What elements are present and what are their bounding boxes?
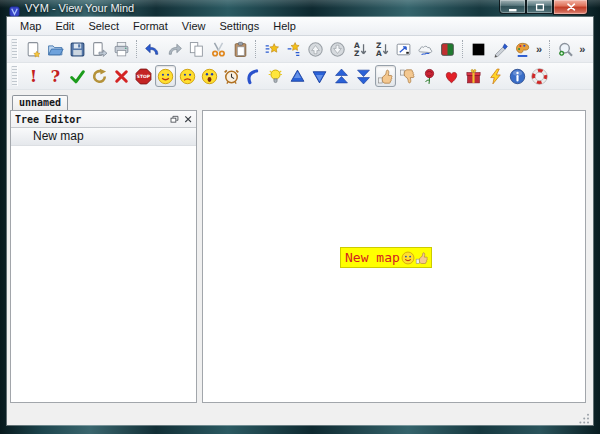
- menu-help[interactable]: Help: [266, 18, 303, 34]
- flag-smiley-omg-button[interactable]: [199, 65, 220, 87]
- color-picker-button[interactable]: [490, 38, 511, 60]
- flag-clock-button[interactable]: [221, 65, 242, 87]
- menu-view[interactable]: View: [175, 18, 213, 34]
- zoom-in-button[interactable]: [555, 38, 576, 60]
- toolbar-separator: [255, 40, 256, 58]
- copy-button[interactable]: [186, 38, 207, 60]
- flag-thumb-up-node-flag: [415, 251, 429, 265]
- toggle-hide-export-button[interactable]: [415, 38, 436, 60]
- map-editor-canvas[interactable]: New map: [202, 110, 586, 403]
- app-icon[interactable]: [9, 3, 20, 14]
- flag-smiley-good-icon: [401, 251, 415, 265]
- tab-unnamed[interactable]: unnamed: [12, 95, 68, 111]
- toolbar-handle[interactable]: [11, 66, 18, 86]
- flag-arrow-2up-button[interactable]: [331, 65, 352, 87]
- maximize-button[interactable]: [526, 0, 553, 14]
- flag-ok-button[interactable]: [67, 65, 88, 87]
- tree-item[interactable]: New map: [11, 128, 196, 146]
- app-logo-icon: [9, 6, 20, 17]
- flag-arrow-down-button[interactable]: [309, 65, 330, 87]
- flag-clock-icon: [223, 68, 240, 85]
- flag-present-button[interactable]: [463, 65, 484, 87]
- menu-settings[interactable]: Settings: [212, 18, 266, 34]
- svg-text:Z: Z: [353, 49, 359, 58]
- win-close-icon: [565, 1, 577, 13]
- flag-arrow-2down-button[interactable]: [353, 65, 374, 87]
- flag-refine-button[interactable]: [89, 65, 110, 87]
- new-map-button[interactable]: [23, 38, 44, 60]
- toolbar-separator: [136, 40, 137, 58]
- flag-exclamation-button[interactable]: !: [23, 65, 44, 87]
- add-branch-above-button[interactable]: [283, 38, 304, 60]
- sort-ascending-icon: AZ: [351, 41, 368, 58]
- flag-smiley-sad-button[interactable]: [177, 65, 198, 87]
- flag-thumb-down-icon: [399, 68, 416, 85]
- tree-list[interactable]: New map: [11, 128, 196, 146]
- map-node[interactable]: New map: [340, 247, 432, 268]
- open-map-button[interactable]: [45, 38, 66, 60]
- toolbar-overflow-button[interactable]: »: [576, 43, 588, 55]
- toggle-scroll-button[interactable]: [393, 38, 414, 60]
- toggle-hide-export-icon: [417, 41, 434, 58]
- redo-button[interactable]: [164, 38, 185, 60]
- window-content: MapEditSelectFormatViewSettingsHelp AZZA…: [7, 17, 593, 425]
- move-branch-up-icon: [307, 41, 324, 58]
- flag-exclamation-icon: !: [25, 68, 42, 85]
- flag-flash-button[interactable]: [485, 65, 506, 87]
- tree-editor-header[interactable]: Tree Editor: [11, 111, 196, 128]
- undo-button[interactable]: [142, 38, 163, 60]
- flag-smiley-good-icon: [157, 68, 174, 85]
- flag-thumb-up-button[interactable]: [375, 65, 396, 87]
- cut-button[interactable]: [208, 38, 229, 60]
- menu-select[interactable]: Select: [81, 18, 126, 34]
- flag-thumb-up-icon: [415, 251, 429, 265]
- flag-info-button[interactable]: [507, 65, 528, 87]
- toolbar-main: AZZA»»: [7, 36, 593, 63]
- toggle-scroll-icon: [395, 41, 412, 58]
- menu-edit[interactable]: Edit: [48, 18, 81, 34]
- toolbar-overflow-button[interactable]: »: [533, 43, 545, 55]
- titlebar[interactable]: VYM - View Your Mind: [0, 0, 600, 17]
- flag-phone-icon: [245, 68, 262, 85]
- flag-arrow-down-icon: [311, 68, 328, 85]
- flag-refine-icon: [91, 68, 108, 85]
- flag-question-button[interactable]: ?: [45, 65, 66, 87]
- flag-ok-icon: [69, 68, 86, 85]
- move-branch-up-button[interactable]: [305, 38, 326, 60]
- flag-lifebelt-button[interactable]: [529, 65, 550, 87]
- save-map-button[interactable]: [67, 38, 88, 60]
- export-map-button[interactable]: [89, 38, 110, 60]
- dock-float-icon: [169, 114, 179, 124]
- close-button[interactable]: [553, 0, 588, 15]
- flag-rose-button[interactable]: [419, 65, 440, 87]
- minimize-button[interactable]: [499, 0, 526, 14]
- sort-descending-button[interactable]: ZA: [371, 38, 392, 60]
- flag-stopsign-button[interactable]: STOP: [133, 65, 154, 87]
- menu-map[interactable]: Map: [13, 18, 48, 34]
- dock-close-button[interactable]: [182, 114, 193, 125]
- flag-smiley-good-button[interactable]: [155, 65, 176, 87]
- flag-question-icon: ?: [47, 68, 64, 85]
- color-black-button[interactable]: [468, 38, 489, 60]
- status-bar: [7, 403, 593, 425]
- map-background-color-icon: [439, 41, 456, 58]
- toolbar-handle[interactable]: [11, 39, 18, 59]
- flag-arrow-up-button[interactable]: [287, 65, 308, 87]
- win-min-icon: [507, 1, 519, 13]
- map-background-color-button[interactable]: [437, 38, 458, 60]
- flag-thumb-down-button[interactable]: [397, 65, 418, 87]
- print-map-button[interactable]: [111, 38, 132, 60]
- flag-heart-button[interactable]: [441, 65, 462, 87]
- move-branch-down-button[interactable]: [327, 38, 348, 60]
- menu-format[interactable]: Format: [126, 18, 175, 34]
- color-branch-button[interactable]: [512, 38, 533, 60]
- add-branch-button[interactable]: [261, 38, 282, 60]
- resize-grip[interactable]: [579, 410, 590, 421]
- flag-phone-button[interactable]: [243, 65, 264, 87]
- paste-icon: [232, 41, 249, 58]
- flag-cross-button[interactable]: [111, 65, 132, 87]
- sort-ascending-button[interactable]: AZ: [349, 38, 370, 60]
- flag-lamp-button[interactable]: [265, 65, 286, 87]
- dock-float-button[interactable]: [168, 114, 179, 125]
- paste-button[interactable]: [230, 38, 251, 60]
